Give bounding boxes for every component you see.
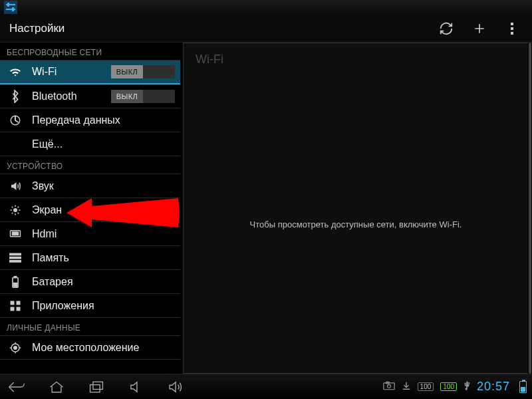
apps-icon (8, 299, 23, 313)
svg-rect-4 (12, 7, 14, 11)
sidebar-item-label: Батарея (32, 276, 73, 288)
sidebar-item-label: Bluetooth (32, 90, 77, 102)
sidebar-item-bluetooth[interactable]: Bluetooth ВЫКЛ . (0, 84, 180, 108)
sidebar-item-display[interactable]: Экран (0, 198, 180, 222)
svg-rect-16 (14, 276, 16, 277)
svg-rect-5 (511, 23, 513, 25)
sidebar-item-location[interactable]: Мое местоположение (0, 336, 180, 360)
content-header: Wi-Fi (184, 43, 528, 76)
os-status-bar (0, 0, 532, 15)
sidebar-item-storage[interactable]: Память (0, 246, 180, 270)
svg-rect-17 (14, 283, 17, 286)
content-pane: Wi-Fi Чтобы просмотреть доступные сети, … (183, 43, 528, 374)
usb-icon (464, 380, 470, 394)
wifi-toggle[interactable]: ВЫКЛ . (111, 65, 175, 78)
settings-app-icon (4, 1, 17, 14)
camera-icon (383, 381, 395, 392)
svg-rect-26 (93, 382, 103, 389)
svg-rect-7 (511, 32, 513, 35)
scrollbar-thumb[interactable] (529, 43, 531, 374)
svg-rect-12 (9, 253, 21, 255)
svg-rect-13 (9, 256, 21, 259)
system-tray[interactable]: 100 100 20:57 (383, 380, 527, 394)
settings-list[interactable]: БЕСПРОВОДНЫЕ СЕТИ Wi-Fi ВЫКЛ . Bluetooth… (0, 43, 180, 374)
sidebar-item-sound[interactable]: Звук (0, 174, 180, 198)
section-device: УСТРОЙСТВО (0, 156, 180, 174)
svg-rect-21 (17, 307, 21, 311)
recents-button[interactable] (85, 379, 108, 395)
sidebar-item-data-usage[interactable]: Передача данных (0, 108, 180, 132)
download-icon (402, 381, 411, 392)
bluetooth-icon (8, 89, 23, 104)
sidebar-item-label: Приложения (32, 300, 94, 312)
page-title: Настройки (9, 22, 65, 35)
battery-status-icon (519, 381, 527, 393)
scrollbar[interactable] (528, 43, 532, 374)
svg-rect-6 (511, 27, 513, 30)
wifi-icon (8, 65, 23, 79)
back-button[interactable] (5, 379, 28, 395)
content-empty-msg: Чтобы просмотреть доступные сети, включи… (184, 76, 528, 373)
svg-rect-11 (13, 232, 19, 235)
volume-up-button[interactable] (165, 379, 188, 395)
sidebar-item-label: Ещё... (32, 138, 63, 150)
svg-rect-20 (11, 307, 15, 311)
sidebar-item-label: Экран (32, 204, 62, 216)
action-bar: Настройки (0, 15, 532, 43)
add-icon[interactable] (471, 20, 488, 37)
section-personal: ЛИЧНЫЕ ДАННЫЕ (0, 318, 180, 336)
clock: 20:57 (477, 380, 510, 394)
sidebar-item-label: Память (32, 252, 69, 264)
display-icon (8, 203, 23, 217)
volume-down-button[interactable] (125, 379, 148, 395)
location-icon (8, 340, 23, 355)
hdmi-icon (8, 227, 23, 241)
indicator-a: 100 (418, 382, 434, 391)
main-split: БЕСПРОВОДНЫЕ СЕТИ Wi-Fi ВЫКЛ . Bluetooth… (0, 43, 528, 374)
svg-rect-14 (9, 260, 21, 263)
sidebar-item-label: Звук (32, 180, 54, 192)
overflow-icon[interactable] (504, 20, 521, 37)
svg-point-28 (387, 384, 390, 388)
indicator-b: 100 (440, 382, 457, 391)
svg-rect-27 (383, 383, 394, 390)
sidebar-item-label: Мое местоположение (32, 342, 139, 354)
sidebar-item-apps[interactable]: Приложения (0, 294, 180, 318)
svg-point-9 (13, 208, 17, 212)
sidebar-item-more[interactable]: Ещё... (0, 132, 180, 156)
sound-icon (8, 179, 23, 194)
svg-rect-18 (11, 301, 15, 305)
svg-rect-25 (90, 384, 100, 392)
svg-point-22 (14, 346, 17, 349)
sidebar-item-hdmi[interactable]: Hdmi (0, 222, 180, 246)
sidebar-item-label: Wi-Fi (32, 66, 57, 78)
sidebar-item-battery[interactable]: Батарея (0, 270, 180, 294)
svg-rect-19 (17, 301, 21, 305)
section-wireless: БЕСПРОВОДНЫЕ СЕТИ (0, 43, 180, 61)
storage-icon (8, 251, 23, 265)
sidebar-item-label: Передача данных (32, 114, 120, 126)
data-usage-icon (8, 113, 23, 128)
sidebar-item-label: Hdmi (32, 228, 57, 240)
home-button[interactable] (45, 379, 68, 395)
sidebar-item-wifi[interactable]: Wi-Fi ВЫКЛ . (0, 61, 180, 84)
svg-rect-3 (7, 3, 9, 7)
bluetooth-toggle[interactable]: ВЫКЛ . (111, 90, 175, 103)
refresh-icon[interactable] (438, 20, 455, 37)
blank-icon (8, 137, 23, 152)
system-nav-bar: 100 100 20:57 (0, 374, 532, 399)
battery-icon (8, 275, 23, 289)
svg-rect-0 (4, 1, 17, 14)
